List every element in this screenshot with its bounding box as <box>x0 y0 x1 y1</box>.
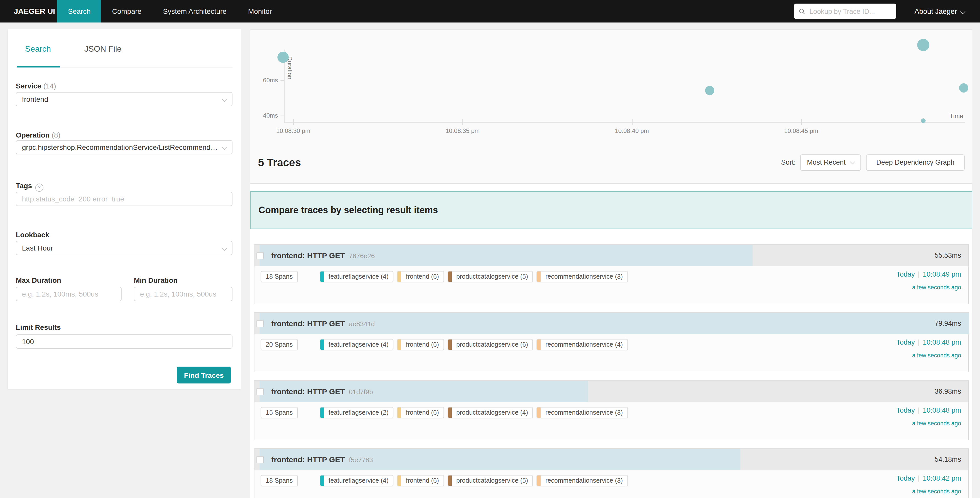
trace-relative-time: a few seconds ago <box>896 352 961 358</box>
service-tag: featureflagservice (4) <box>320 475 394 486</box>
span-count-chip: 20 Spans <box>261 339 298 350</box>
service-tag: frontend (6) <box>397 407 444 418</box>
service-tag-label: recommendationservice (3) <box>541 271 627 282</box>
trace-card-body: 20 Spansfeatureflagservice (4)frontend (… <box>255 334 968 372</box>
limit-results-label: Limit Results <box>16 323 61 331</box>
jaeger-search-page: JAEGER UI SearchCompareSystem Architectu… <box>0 0 980 498</box>
trace-date[interactable]: Today <box>896 407 915 414</box>
results-list: Compare traces by selecting result items… <box>250 184 972 498</box>
trace-result-card[interactable]: frontend: HTTP GETf5e778354.18ms18 Spans… <box>254 449 969 498</box>
trace-scatter-point[interactable] <box>917 39 929 51</box>
trace-relative-time: a few seconds ago <box>896 284 961 290</box>
trace-date[interactable]: Today <box>896 270 915 278</box>
service-tag: recommendationservice (4) <box>537 339 628 350</box>
service-tag: recommendationservice (3) <box>537 271 628 282</box>
trace-cards: frontend: HTTP GET7876e2655.53ms18 Spans… <box>254 244 969 498</box>
service-color-strip <box>448 476 452 486</box>
sort-select[interactable]: Most Recent <box>800 154 861 171</box>
trace-select-checkbox[interactable] <box>256 320 264 327</box>
duration-scatter-chart[interactable]: Duration Time 10:08:30 pm10:08:35 pm10:0… <box>250 30 972 143</box>
x-tick-mark <box>632 119 632 125</box>
trace-duration: 36.98ms <box>934 381 961 402</box>
service-tag: recommendationservice (3) <box>537 475 628 486</box>
trace-result-card[interactable]: frontend: HTTP GETae8341d79.94ms20 Spans… <box>254 313 969 372</box>
trace-card-header[interactable]: frontend: HTTP GETae8341d79.94ms <box>255 313 968 334</box>
min-duration-input[interactable]: e.g. 1.2s, 100ms, 500us <box>134 287 232 301</box>
tab-json-file[interactable]: JSON File <box>84 45 122 54</box>
trace-duration: 79.94ms <box>934 313 961 334</box>
lookback-select[interactable]: Last Hour <box>16 241 232 255</box>
sort-label: Sort: <box>781 158 795 166</box>
spans-row: 18 Spans <box>261 271 298 282</box>
service-tag-label: productcatalogservice (6) <box>452 340 533 350</box>
trace-select-checkbox[interactable] <box>256 388 264 395</box>
trace-time[interactable]: 10:08:48 pm <box>923 338 961 346</box>
trace-select-checkbox[interactable] <box>256 252 264 259</box>
operation-select[interactable]: grpc.hipstershop.RecommendationService/L… <box>16 140 232 155</box>
trace-scatter-point[interactable] <box>921 119 925 123</box>
about-jaeger-label: About Jaeger <box>914 7 957 15</box>
trace-title: frontend: HTTP GET7876e26 <box>271 245 375 267</box>
results-header: 5 Traces Sort: Most Recent Deep Dependen… <box>250 142 972 183</box>
service-tag-label: frontend (6) <box>401 476 444 486</box>
trace-date[interactable]: Today <box>896 338 915 346</box>
help-icon[interactable]: ? <box>35 184 43 192</box>
service-tag-label: productcatalogservice (5) <box>452 476 533 486</box>
x-tick-mark <box>293 119 294 125</box>
trace-id: ae8341d <box>349 320 375 328</box>
trace-card-body: 15 Spansfeatureflagservice (2)frontend (… <box>255 402 968 440</box>
service-tag: featureflagservice (4) <box>320 339 394 350</box>
trace-time[interactable]: 10:08:42 pm <box>923 474 961 482</box>
trace-card-header[interactable]: frontend: HTTP GET7876e2655.53ms <box>255 245 968 267</box>
nav-tab-monitor[interactable]: Monitor <box>237 0 283 22</box>
service-tag-label: featureflagservice (2) <box>324 407 393 418</box>
nav-right: About Jaeger <box>794 0 980 22</box>
trace-name: frontend: HTTP GET <box>271 251 345 260</box>
service-tag: productcatalogservice (5) <box>448 271 533 282</box>
service-tag: featureflagservice (2) <box>320 407 394 418</box>
trace-scatter-point[interactable] <box>705 86 714 95</box>
tab-search[interactable]: Search <box>25 45 51 54</box>
limit-results-input[interactable]: 100 <box>16 334 232 349</box>
trace-date[interactable]: Today <box>896 474 915 482</box>
service-tag: recommendationservice (3) <box>537 407 628 418</box>
trace-name: frontend: HTTP GET <box>271 387 345 396</box>
service-tag-label: frontend (6) <box>401 271 444 282</box>
spans-row: 15 Spans <box>261 407 298 418</box>
trace-id-input[interactable] <box>808 7 891 16</box>
spans-row: 20 Spans <box>261 339 298 350</box>
trace-scatter-point[interactable] <box>277 52 289 63</box>
y-tick-mark <box>280 80 284 81</box>
service-color-strip <box>537 476 541 486</box>
trace-select-checkbox[interactable] <box>256 456 264 463</box>
nav-tab-system-architecture[interactable]: System Architecture <box>152 0 237 22</box>
service-tag-label: productcatalogservice (5) <box>452 271 533 282</box>
trace-result-card[interactable]: frontend: HTTP GET7876e2655.53ms18 Spans… <box>254 244 969 304</box>
trace-relative-time: a few seconds ago <box>896 488 961 495</box>
trace-card-header[interactable]: frontend: HTTP GETf5e778354.18ms <box>255 449 968 470</box>
about-jaeger-menu[interactable]: About Jaeger <box>914 7 965 15</box>
trace-duration: 54.18ms <box>934 449 961 470</box>
service-select[interactable]: frontend <box>16 92 232 106</box>
span-count-chip: 18 Spans <box>261 475 298 486</box>
trace-card-header[interactable]: frontend: HTTP GET01d7f9b36.98ms <box>255 381 968 402</box>
max-duration-input[interactable]: e.g. 1.2s, 100ms, 500us <box>16 287 122 301</box>
trace-time[interactable]: 10:08:49 pm <box>923 270 961 278</box>
trace-date-time: Today|10:08:49 pm <box>896 270 961 278</box>
trace-id-search[interactable] <box>794 3 896 19</box>
deep-dependency-graph-button[interactable]: Deep Dependency Graph <box>866 154 965 171</box>
span-count-chip: 18 Spans <box>261 271 298 282</box>
min-duration-label: Min Duration <box>134 276 178 284</box>
max-duration-label: Max Duration <box>16 276 61 284</box>
app-logo[interactable]: JAEGER UI <box>0 0 57 22</box>
y-tick-label: 40ms <box>256 112 278 119</box>
trace-scatter-point[interactable] <box>959 84 968 93</box>
find-traces-button[interactable]: Find Traces <box>177 367 231 383</box>
service-tag: productcatalogservice (6) <box>448 339 533 350</box>
nav-tabs: SearchCompareSystem ArchitectureMonitor <box>57 0 283 22</box>
nav-tab-search[interactable]: Search <box>57 0 102 22</box>
tags-input[interactable]: http.status_code=200 error=true <box>16 192 232 206</box>
trace-time[interactable]: 10:08:48 pm <box>923 407 961 414</box>
trace-result-card[interactable]: frontend: HTTP GET01d7f9b36.98ms15 Spans… <box>254 380 969 440</box>
nav-tab-compare[interactable]: Compare <box>102 0 152 22</box>
